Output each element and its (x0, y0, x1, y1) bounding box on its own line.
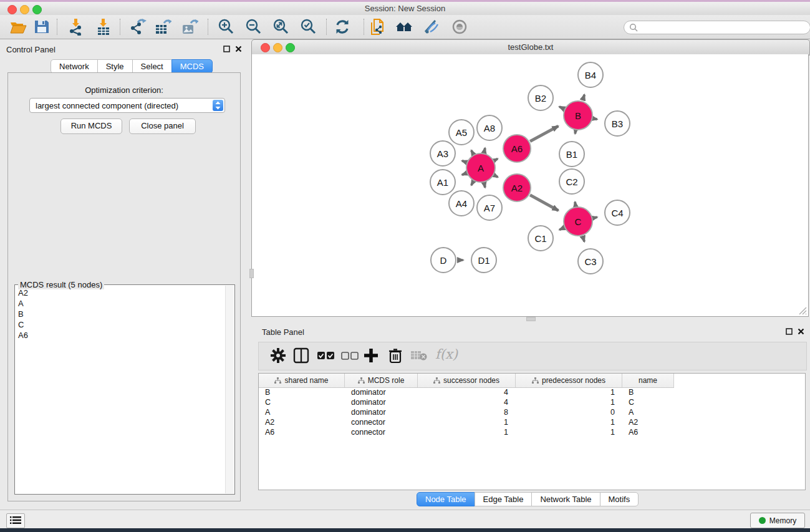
network-zoom-button[interactable] (286, 43, 295, 52)
table-cell[interactable]: A6 (259, 428, 345, 437)
splitter-handle[interactable] (526, 317, 536, 321)
show-graphics-details-icon[interactable] (451, 18, 468, 36)
graph-node-B[interactable]: B (563, 100, 593, 130)
graph-node-C2[interactable]: C2 (559, 168, 585, 195)
deselect-all-checkboxes-icon[interactable] (341, 351, 359, 362)
table-cell[interactable]: A2 (622, 418, 674, 427)
add-column-icon[interactable] (363, 347, 379, 366)
result-item[interactable]: A6 (15, 330, 224, 341)
graph-node-A4[interactable]: A4 (448, 190, 475, 216)
table-cell[interactable]: B (622, 388, 674, 397)
close-window-button[interactable] (7, 5, 17, 14)
save-session-icon[interactable] (33, 18, 51, 36)
tab-motifs[interactable]: Motifs (600, 492, 639, 506)
edge-A-A6[interactable] (494, 158, 498, 160)
graph-node-D1[interactable]: D1 (471, 247, 497, 273)
graph-node-B4[interactable]: B4 (577, 62, 604, 88)
float-panel-icon[interactable] (223, 46, 230, 52)
tab-style[interactable]: Style (97, 59, 133, 74)
graph-node-B1[interactable]: B1 (559, 141, 585, 167)
select-all-checkboxes-icon[interactable] (317, 351, 335, 362)
table-cell[interactable]: A (259, 408, 345, 417)
mcds-result-list[interactable]: A2ABCA6 (15, 288, 224, 493)
table-cell[interactable]: connector (345, 428, 418, 437)
export-image-icon[interactable] (181, 18, 198, 36)
zoom-window-button[interactable] (32, 5, 42, 14)
edge-A-A8[interactable] (484, 148, 485, 152)
result-item[interactable]: A2 (15, 288, 224, 298)
zoom-out-icon[interactable] (244, 18, 262, 36)
table-row[interactable]: Adominator80A (259, 407, 805, 417)
column-header-predecessor-nodes[interactable]: predecessor nodes (516, 374, 622, 387)
hide-graphics-details-icon[interactable] (423, 18, 440, 36)
edge-C-C4[interactable] (593, 217, 597, 218)
edge-C-C1[interactable] (559, 228, 564, 230)
graph-node-A5[interactable]: A5 (448, 119, 475, 145)
tab-network[interactable]: Network (51, 59, 98, 74)
table-cell[interactable]: 8 (418, 408, 516, 417)
task-history-button[interactable] (6, 513, 25, 528)
graph-node-D[interactable]: D (430, 247, 456, 273)
graph-node-A7[interactable]: A7 (476, 195, 503, 221)
edge-A2-C[interactable] (530, 195, 558, 211)
graph-node-A[interactable]: A (466, 153, 496, 183)
memory-button[interactable]: Memory (750, 513, 805, 528)
graph-node-B3[interactable]: B3 (604, 110, 630, 137)
graph-node-A1[interactable]: A1 (430, 169, 456, 195)
import-network-icon[interactable] (67, 18, 85, 36)
network-canvas[interactable]: AA1A2A3A4A5A6A7A8BB1B2B3B4CC1C2C3C4DD1 (251, 54, 809, 317)
table-cell[interactable]: B (259, 388, 345, 397)
tab-network-table[interactable]: Network Table (531, 492, 600, 506)
edge-B-B1[interactable] (575, 131, 576, 134)
edge-A6-B[interactable] (530, 126, 558, 141)
table-row[interactable]: Bdominator41B (259, 387, 805, 397)
network-from-file-icon[interactable] (370, 18, 387, 36)
table-cell[interactable]: dominator (345, 388, 418, 397)
table-cell[interactable]: A (622, 408, 674, 417)
table-cell[interactable]: 1 (516, 398, 622, 407)
graph-node-B2[interactable]: B2 (528, 85, 554, 111)
table-cell[interactable]: 1 (418, 428, 516, 437)
tab-mcds[interactable]: MCDS (171, 59, 213, 74)
import-table-icon[interactable] (95, 18, 112, 36)
network-close-button[interactable] (261, 43, 270, 52)
graph-node-C4[interactable]: C4 (604, 200, 630, 226)
refresh-icon[interactable] (334, 18, 351, 36)
open-file-icon[interactable] (9, 18, 27, 36)
result-item[interactable]: A (15, 298, 224, 309)
table-cell[interactable]: 4 (418, 398, 516, 407)
zoom-selected-icon[interactable] (299, 18, 317, 36)
table-row[interactable]: A2connector11A2 (259, 417, 805, 427)
table-cell[interactable]: A2 (259, 418, 345, 427)
table-cell[interactable]: A6 (622, 428, 674, 437)
table-cell[interactable]: C (259, 398, 345, 407)
export-network-icon[interactable] (129, 18, 147, 36)
table-cell[interactable]: dominator (345, 408, 418, 417)
search-field[interactable] (624, 21, 810, 34)
tab-edge-table[interactable]: Edge Table (475, 492, 533, 506)
graph-node-A3[interactable]: A3 (430, 140, 456, 167)
edge-A-A4[interactable] (471, 181, 473, 185)
tab-node-table[interactable]: Node Table (417, 492, 475, 506)
table-cell[interactable]: 0 (516, 408, 622, 417)
table-cell[interactable]: 1 (516, 418, 622, 427)
edge-A-A5[interactable] (471, 150, 473, 154)
column-header-successor-nodes[interactable]: successor nodes (418, 374, 516, 387)
graph-node-A2[interactable]: A2 (503, 173, 531, 202)
home-layout-icon[interactable] (395, 18, 413, 36)
zoom-fit-icon[interactable] (272, 18, 289, 36)
tab-select[interactable]: Select (132, 59, 172, 74)
criterion-dropdown[interactable]: largest connected component (directed) (29, 98, 225, 113)
search-input[interactable] (638, 22, 796, 32)
float-panel-icon[interactable] (786, 328, 793, 335)
close-panel-button[interactable]: Close panel (129, 118, 196, 134)
column-header-name[interactable]: name (622, 374, 674, 387)
delete-column-icon[interactable] (388, 347, 403, 366)
table-cell[interactable]: dominator (345, 398, 418, 407)
table-cell[interactable]: 1 (418, 418, 516, 427)
resize-grip-icon[interactable] (797, 305, 807, 315)
table-row[interactable]: A6connector11A6 (259, 427, 805, 437)
column-header-MCDS-role[interactable]: MCDS role (345, 374, 418, 387)
close-panel-icon[interactable] (798, 328, 804, 335)
edge-C-C2[interactable] (575, 202, 576, 206)
